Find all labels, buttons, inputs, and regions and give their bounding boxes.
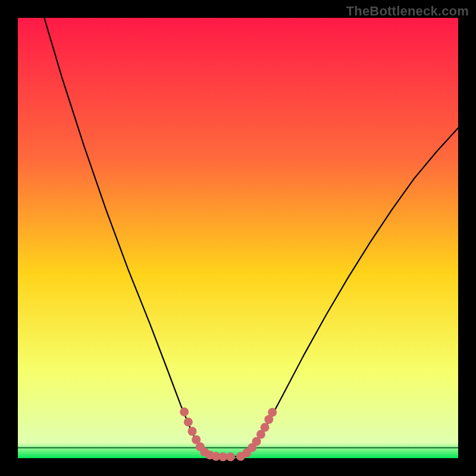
chart-stage: TheBottleneck.com bbox=[0, 0, 476, 476]
gradient-background bbox=[18, 18, 458, 458]
curve-marker bbox=[188, 427, 197, 436]
curve-marker bbox=[226, 452, 235, 461]
curve-marker bbox=[268, 408, 277, 417]
bottleneck-curve-plot bbox=[0, 0, 476, 476]
dark-green-line bbox=[18, 447, 458, 449]
curve-marker bbox=[180, 408, 189, 416]
curve-marker bbox=[261, 423, 270, 432]
curve-marker bbox=[184, 418, 193, 427]
